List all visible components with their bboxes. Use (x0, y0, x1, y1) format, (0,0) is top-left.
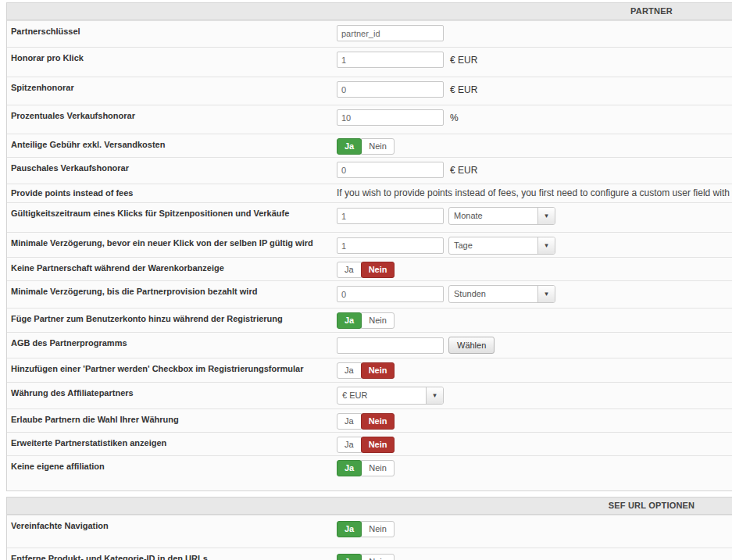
percent-sale-fee-input[interactable] (337, 109, 444, 126)
fee-excl-shipping-toggle[interactable]: Ja Nein (337, 138, 395, 155)
affiliate-currency-select[interactable]: € EUR ▾ (337, 387, 444, 405)
commission-delay-unit-select[interactable]: Stunden ▾ (448, 285, 555, 303)
setting-label: Spitzenhonorar (11, 83, 74, 92)
sef-url-settings-table: SEF URL OPTIONEN Vereinfachte Navigation… (6, 497, 732, 560)
setting-label: Hinzufügen einer 'Partner werden' Checkb… (11, 364, 303, 373)
toggle-no-button[interactable]: Nein (361, 262, 395, 278)
chevron-down-icon[interactable]: ▾ (426, 387, 443, 404)
become-partner-checkbox-toggle[interactable]: Ja Nein (337, 362, 395, 379)
setting-label: AGB des Partnerprogramms (11, 338, 127, 348)
toggle-no-button[interactable]: Nein (361, 362, 395, 379)
setting-row: Füge Partner zum Benutzerkonto hinzu wäh… (7, 308, 732, 332)
setting-row: Provide points instead of fees If you wi… (7, 184, 732, 202)
setting-row: Spitzenhonorar € EUR (7, 77, 732, 105)
chevron-down-icon[interactable]: ▾ (537, 237, 555, 254)
no-partnership-cart-toggle[interactable]: Ja Nein (337, 262, 395, 278)
fee-per-click-input[interactable] (337, 52, 444, 68)
toggle-no-button[interactable]: Nein (361, 138, 395, 155)
select-value: Tage (449, 237, 537, 254)
partner-key-input[interactable] (337, 25, 444, 41)
toggle-yes-button[interactable]: Ja (337, 521, 362, 537)
currency-suffix: € EUR (450, 165, 477, 176)
select-value: € EUR (337, 387, 426, 404)
setting-label: Vereinfachte Navigation (11, 521, 109, 530)
section-header-partner: PARTNER (7, 3, 732, 20)
setting-label: Erweiterte Partnerstatistiken anzeigen (11, 438, 166, 448)
toggle-yes-button[interactable]: Ja (337, 460, 362, 476)
click-validity-input[interactable] (337, 208, 444, 224)
terms-input[interactable] (337, 337, 444, 354)
remove-ids-in-urls-toggle[interactable]: Ja Nein (337, 554, 395, 560)
toggle-yes-button[interactable]: Ja (337, 362, 362, 379)
setting-row: Honorar pro Klick € EUR (7, 47, 732, 77)
partner-settings-table: PARTNER Partnerschlüssel Honorar pro Kli… (6, 2, 732, 491)
flat-sale-fee-input[interactable] (337, 162, 444, 178)
select-value: Monate (449, 208, 537, 224)
toggle-no-button[interactable]: Nein (361, 413, 395, 430)
setting-label: Provide points instead of fees (11, 188, 133, 198)
setting-label: Entferne Produkt- und Kategorie-ID in de… (11, 554, 208, 560)
setting-row: Minimale Verzögerung, bis die Partnerpro… (7, 280, 732, 308)
currency-suffix: € EUR (450, 84, 477, 95)
toggle-yes-button[interactable]: Ja (337, 413, 362, 430)
section-header-sef-url: SEF URL OPTIONEN (7, 498, 732, 515)
click-validity-unit-select[interactable]: Monate ▾ (448, 207, 555, 225)
click-delay-input[interactable] (337, 237, 444, 254)
click-delay-unit-select[interactable]: Tage ▾ (448, 237, 555, 255)
toggle-no-button[interactable]: Nein (361, 460, 395, 476)
toggle-no-button[interactable]: Nein (361, 437, 395, 453)
setting-row: AGB des Partnerprogramms Wählen (7, 332, 732, 358)
partner-currency-choice-toggle[interactable]: Ja Nein (337, 413, 395, 430)
advanced-stats-toggle[interactable]: Ja Nein (337, 437, 395, 453)
setting-row: Prozentuales Verkaufshonorar % (7, 105, 732, 134)
setting-row: Entferne Produkt- und Kategorie-ID in de… (7, 548, 732, 560)
currency-suffix: € EUR (450, 55, 477, 66)
setting-row: Minimale Verzögerung, bevor ein neuer Kl… (7, 232, 732, 257)
setting-row: Anteilige Gebühr exkl. Versandkosten Ja … (7, 134, 732, 157)
toggle-yes-button[interactable]: Ja (337, 554, 362, 560)
setting-label: Partnerschlüssel (11, 27, 80, 36)
setting-label: Erlaube Partnern die Wahl Ihrer Währung (11, 415, 179, 424)
setting-row: Keine Partnerschaft während der Warenkor… (7, 257, 732, 280)
lead-fee-input[interactable] (337, 81, 444, 98)
setting-label: Anteilige Gebühr exkl. Versandkosten (11, 140, 165, 149)
setting-row: Erweiterte Partnerstatistiken anzeigen J… (7, 432, 732, 455)
setting-label: Währung des Affiliatepartners (11, 388, 134, 398)
setting-row: Gültigkeitszeitraum eines Klicks für Spi… (7, 202, 732, 232)
toggle-yes-button[interactable]: Ja (337, 312, 362, 329)
chevron-down-icon[interactable]: ▾ (537, 286, 555, 302)
setting-label: Pauschales Verkaufshonorar (11, 163, 129, 173)
toggle-no-button[interactable]: Nein (361, 312, 395, 329)
setting-label: Füge Partner zum Benutzerkonto hinzu wäh… (11, 314, 283, 323)
select-value: Stunden (449, 286, 537, 302)
setting-label: Honorar pro Klick (11, 53, 84, 62)
partner-on-registration-toggle[interactable]: Ja Nein (337, 312, 395, 329)
setting-row: Partnerschlüssel (7, 20, 732, 47)
commission-delay-input[interactable] (337, 286, 444, 302)
toggle-no-button[interactable]: Nein (361, 554, 395, 560)
toggle-yes-button[interactable]: Ja (337, 262, 362, 278)
setting-row: Pauschales Verkaufshonorar € EUR (7, 157, 732, 184)
setting-row: Keine eigene affiliation Ja Nein (7, 455, 732, 490)
setting-label: Minimale Verzögerung, bevor ein neuer Kl… (11, 238, 313, 248)
chevron-down-icon[interactable]: ▾ (537, 208, 555, 224)
toggle-yes-button[interactable]: Ja (337, 138, 362, 155)
setting-label: Keine eigene affiliation (11, 462, 105, 471)
toggle-no-button[interactable]: Nein (361, 521, 395, 537)
setting-row: Vereinfachte Navigation Ja Nein (7, 515, 732, 548)
simplified-navigation-toggle[interactable]: Ja Nein (337, 521, 395, 537)
setting-label: Prozentuales Verkaufshonorar (11, 111, 135, 120)
no-self-affiliation-toggle[interactable]: Ja Nein (337, 460, 395, 476)
setting-label: Minimale Verzögerung, bis die Partnerpro… (11, 287, 257, 296)
setting-label: Keine Partnerschaft während der Warenkor… (11, 263, 224, 273)
toggle-yes-button[interactable]: Ja (337, 437, 362, 453)
setting-label: Gültigkeitszeitraum eines Klicks für Spi… (11, 209, 289, 218)
choose-button[interactable]: Wählen (448, 337, 495, 354)
setting-row: Erlaube Partnern die Wahl Ihrer Währung … (7, 408, 732, 432)
setting-row: Hinzufügen einer 'Partner werden' Checkb… (7, 358, 732, 382)
points-info-text: If you wish to provide points instead of… (337, 187, 732, 198)
setting-row: Währung des Affiliatepartners € EUR ▾ (7, 382, 732, 408)
percent-suffix: % (450, 112, 459, 123)
